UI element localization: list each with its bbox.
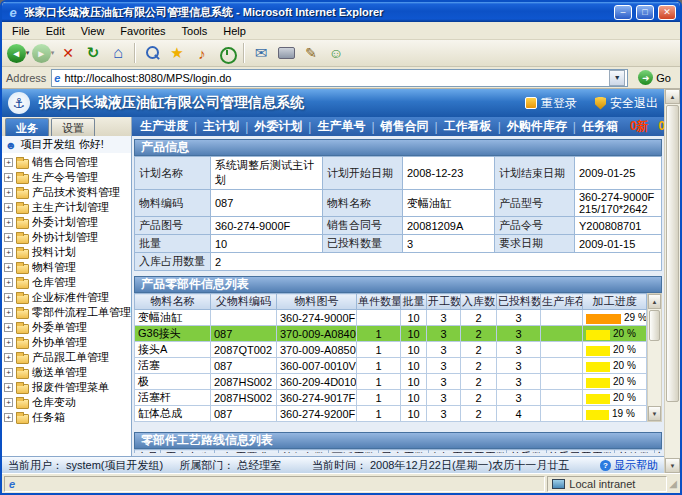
- sidebar-item-15[interactable]: +报废件管理菜单: [4, 380, 131, 395]
- nav-link-6[interactable]: 外购件库存: [507, 118, 567, 135]
- sidebar-item-5[interactable]: +外协计划管理: [4, 230, 131, 245]
- expander-icon[interactable]: +: [4, 323, 13, 332]
- stop-button[interactable]: [56, 42, 80, 65]
- refresh-button[interactable]: [81, 42, 105, 65]
- menu-item-0[interactable]: File: [4, 23, 38, 39]
- table-row[interactable]: 缸体总成087360-274-9200F11032419 %: [135, 406, 647, 422]
- sidebar-item-17[interactable]: +任务箱: [4, 410, 131, 425]
- page-scrollbar[interactable]: ▲ ▼: [664, 89, 680, 473]
- sidebar-item-16[interactable]: +仓库变动: [4, 395, 131, 410]
- favorites-button[interactable]: [165, 42, 189, 65]
- scroll-down-icon[interactable]: ▼: [648, 406, 661, 421]
- expander-icon[interactable]: +: [4, 353, 13, 362]
- expander-icon[interactable]: +: [4, 413, 13, 422]
- go-button[interactable]: ➜ Go: [633, 70, 676, 85]
- page-scroll-thumb[interactable]: [666, 105, 679, 402]
- product-info-row: 物料编码087物料名称变幅油缸产品型号360-274-9000F 215/170…: [135, 190, 662, 217]
- nav-link-1[interactable]: 主计划: [203, 118, 239, 135]
- messenger-button[interactable]: [324, 42, 348, 65]
- nav-link-2[interactable]: 外委计划: [254, 118, 302, 135]
- back-button[interactable]: [6, 42, 30, 65]
- sidebar-item-2[interactable]: +产品技术资料管理: [4, 185, 131, 200]
- sidebar-item-14[interactable]: +缴送单管理: [4, 365, 131, 380]
- sidebar-item-12[interactable]: +外协单管理: [4, 335, 131, 350]
- nav-link-7[interactable]: 任务箱: [582, 118, 618, 135]
- media-button[interactable]: [190, 42, 214, 65]
- scroll-up-icon[interactable]: ▲: [648, 294, 661, 309]
- nav-link-0[interactable]: 生产进度: [140, 118, 188, 135]
- sidebar-item-10[interactable]: +零部件流程工单管理: [4, 305, 131, 320]
- folder-icon: [16, 384, 29, 394]
- expander-icon[interactable]: +: [4, 233, 13, 242]
- menu-item-5[interactable]: Help: [215, 23, 254, 39]
- column-header: 总任务数: [279, 450, 329, 454]
- minimize-button[interactable]: –: [614, 5, 632, 20]
- print-button[interactable]: [274, 42, 298, 65]
- resize-grip[interactable]: ◢: [669, 478, 678, 489]
- menu-item-2[interactable]: View: [73, 23, 113, 39]
- field-label: 物料编码: [135, 190, 211, 217]
- address-dropdown-icon[interactable]: ▼: [609, 70, 625, 86]
- mail-button[interactable]: [249, 42, 273, 65]
- sidebar-item-9[interactable]: +企业标准件管理: [4, 290, 131, 305]
- tab-business[interactable]: 业务: [5, 118, 49, 136]
- parts-scrollbar[interactable]: ▲ ▼: [647, 293, 662, 422]
- sidebar-item-1[interactable]: +生产令号管理: [4, 170, 131, 185]
- sidebar-item-13[interactable]: +产品跟工单管理: [4, 350, 131, 365]
- logout-button[interactable]: 安全退出: [595, 95, 658, 112]
- table-row[interactable]: 活塞杆2087HS002360-274-9017F11032320 %: [135, 390, 647, 406]
- menu-item-4[interactable]: Tools: [174, 23, 216, 39]
- page-scroll-track[interactable]: [665, 104, 680, 458]
- show-help-link[interactable]: ? 显示帮助: [600, 458, 658, 473]
- parts-scroll-track[interactable]: [648, 309, 661, 406]
- maximize-button[interactable]: □: [636, 5, 654, 20]
- expander-icon[interactable]: +: [4, 203, 13, 212]
- expander-icon[interactable]: +: [4, 293, 13, 302]
- table-row[interactable]: G36接头087370-009-A084011032320 %: [135, 326, 647, 342]
- close-button[interactable]: ✕: [658, 5, 676, 20]
- sidebar-item-8[interactable]: +仓库管理: [4, 275, 131, 290]
- relogin-button[interactable]: 重登录: [525, 95, 577, 112]
- scroll-down-icon[interactable]: ▼: [665, 458, 680, 473]
- parts-scroll-thumb[interactable]: [649, 310, 660, 341]
- address-input[interactable]: e http://localhost:8080/MPS/login.do ▼: [51, 69, 628, 87]
- sidebar-item-0[interactable]: +销售合同管理: [4, 155, 131, 170]
- expander-icon[interactable]: +: [4, 338, 13, 347]
- sidebar-item-11[interactable]: +外委单管理: [4, 320, 131, 335]
- expander-icon[interactable]: +: [4, 368, 13, 377]
- expander-icon[interactable]: +: [4, 308, 13, 317]
- nav-link-4[interactable]: 销售合同: [381, 118, 429, 135]
- menu-item-3[interactable]: Favorites: [112, 23, 173, 39]
- expander-icon[interactable]: +: [4, 173, 13, 182]
- sidebar-item-4[interactable]: +外委计划管理: [4, 215, 131, 230]
- cell: 360-007-0010V: [277, 358, 357, 374]
- sidebar-item-6[interactable]: +投料计划: [4, 245, 131, 260]
- history-button[interactable]: [215, 42, 239, 65]
- expander-icon[interactable]: +: [4, 263, 13, 272]
- forward-button[interactable]: [31, 42, 55, 65]
- table-row[interactable]: 接头A2087QT002370-009-A085011032320 %: [135, 342, 647, 358]
- table-row[interactable]: 变幅油缸360-274-9000F1032329 %: [135, 310, 647, 326]
- search-button[interactable]: [140, 42, 164, 65]
- expander-icon[interactable]: +: [4, 383, 13, 392]
- expander-icon[interactable]: +: [4, 158, 13, 167]
- menu-item-1[interactable]: Edit: [38, 23, 73, 39]
- sidebar-item-3[interactable]: +主生产计划管理: [4, 200, 131, 215]
- expander-icon[interactable]: +: [4, 218, 13, 227]
- table-row[interactable]: 活塞087360-007-0010V11032320 %: [135, 358, 647, 374]
- tab-settings[interactable]: 设置: [51, 118, 95, 136]
- cell: 3: [497, 310, 541, 326]
- expander-icon[interactable]: +: [4, 278, 13, 287]
- expander-icon[interactable]: +: [4, 398, 13, 407]
- sidebar-item-7[interactable]: +物料管理: [4, 260, 131, 275]
- title-bar[interactable]: e 张家口长城液压油缸有限公司管理信息系统 - Microsoft Intern…: [2, 2, 680, 22]
- edit-button[interactable]: [299, 42, 323, 65]
- home-button[interactable]: [106, 42, 130, 65]
- expander-icon[interactable]: +: [4, 188, 13, 197]
- expander-icon[interactable]: +: [4, 248, 13, 257]
- scroll-up-icon[interactable]: ▲: [665, 89, 680, 104]
- nav-link-3[interactable]: 生产单号: [317, 118, 365, 135]
- nav-link-5[interactable]: 工作看板: [444, 118, 492, 135]
- table-row[interactable]: 极2087HS002360-209-4D01011032320 %: [135, 374, 647, 390]
- field-label: 产品图号: [135, 217, 211, 235]
